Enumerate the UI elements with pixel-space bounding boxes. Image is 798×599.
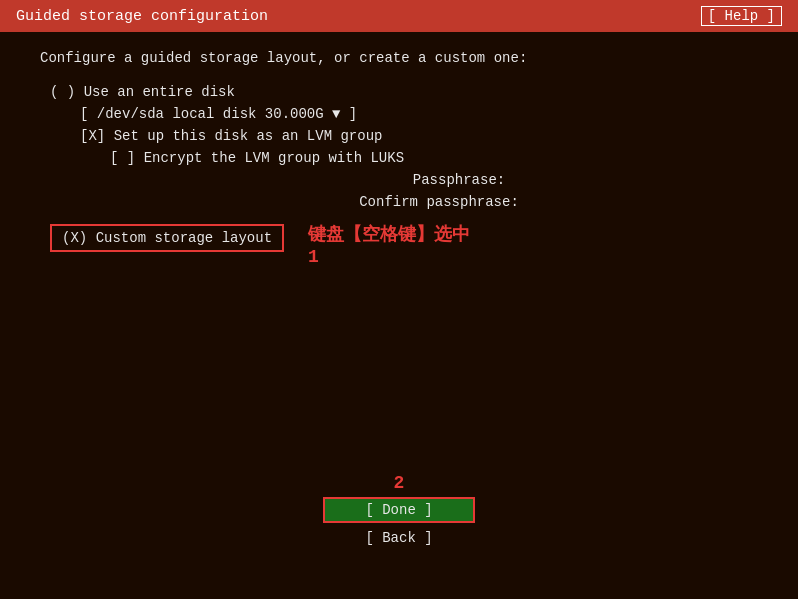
entire-disk-radio: ( ) [50, 84, 75, 100]
title-bar: Guided storage configuration [ Help ] [0, 0, 798, 32]
annotation-text: 键盘【空格键】选中 [308, 224, 470, 247]
luks-option[interactable]: [ ] Encrypt the LVM group with LUKS [40, 150, 758, 166]
bottom-buttons-area: 2 [ Done ] [ Back ] [0, 473, 798, 549]
use-entire-disk-option[interactable]: ( ) Use an entire disk [40, 84, 758, 100]
custom-storage-label: Custom storage layout [96, 230, 272, 246]
lvm-checkbox: [X] [80, 128, 105, 144]
back-button[interactable]: [ Back ] [328, 527, 469, 549]
window-title: Guided storage configuration [16, 8, 268, 25]
help-button[interactable]: [ Help ] [701, 6, 782, 26]
luks-label: Encrypt the LVM group with LUKS [144, 150, 404, 166]
entire-disk-label: Use an entire disk [84, 84, 235, 100]
lvm-group-option[interactable]: [X] Set up this disk as an LVM group [40, 128, 758, 144]
custom-storage-option[interactable]: (X) Custom storage layout [50, 224, 284, 252]
done-button[interactable]: [ Done ] [323, 497, 474, 523]
description-text: Configure a guided storage layout, or cr… [40, 50, 758, 66]
confirm-passphrase-label: Confirm passphrase: [120, 194, 758, 210]
disk-selector-value: [ /dev/sda local disk 30.000G ▼ ] [80, 106, 357, 122]
custom-storage-radio: (X) [62, 230, 87, 246]
disk-selector[interactable]: [ /dev/sda local disk 30.000G ▼ ] [40, 106, 758, 122]
main-content: Configure a guided storage layout, or cr… [0, 32, 798, 295]
annotation-number-1: 1 [308, 247, 470, 267]
lvm-label: Set up this disk as an LVM group [114, 128, 383, 144]
annotation-number-2: 2 [394, 473, 405, 493]
custom-storage-container: (X) Custom storage layout 键盘【空格键】选中 1 [40, 224, 758, 267]
luks-checkbox: [ ] [110, 150, 135, 166]
passphrase-label: Passphrase: [160, 172, 758, 188]
